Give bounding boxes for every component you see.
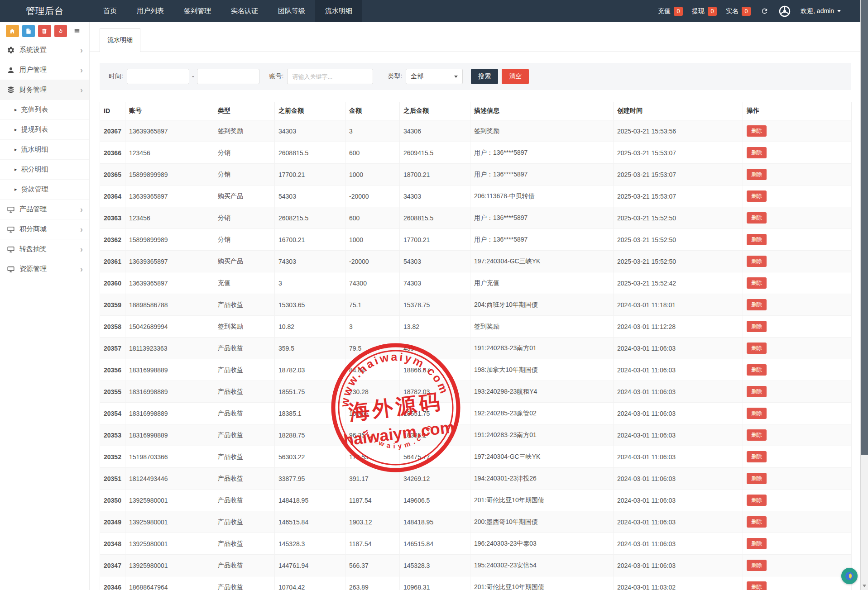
cell-5: 79.5: [345, 338, 400, 359]
main-content: 流水明细 时间: - 账号: 类型: 全部 搜索 清空 ID账号类型之前金额金: [90, 22, 868, 590]
cell-5: 1187.54: [345, 533, 400, 555]
sidebar-item-5[interactable]: ▸提现列表: [0, 120, 89, 140]
scrollbar[interactable]: [860, 0, 868, 590]
cell-6: 10968.31: [400, 576, 470, 590]
delete-button[interactable]: 删除: [747, 234, 767, 245]
delete-button[interactable]: 删除: [747, 581, 767, 590]
nav-item-2[interactable]: 用户列表: [127, 0, 174, 22]
chevron-right-icon: ›: [80, 225, 83, 233]
sidebar-item-9[interactable]: 产品管理›: [0, 200, 89, 219]
file-tool-button[interactable]: [22, 25, 35, 37]
customer-service-button[interactable]: [841, 568, 858, 584]
scrollbar-thumb[interactable]: [861, 0, 868, 455]
cell-6: 146515.84: [400, 533, 470, 555]
welcome-text: 欢迎, admin: [801, 7, 834, 15]
delete-button[interactable]: 删除: [747, 256, 767, 267]
nav-item-1[interactable]: 首页: [93, 0, 127, 22]
table-header-1: ID: [100, 102, 125, 120]
nav-stat-badge: 0: [708, 7, 717, 16]
delete-button[interactable]: 删除: [747, 429, 767, 441]
cell-actions: 删除: [743, 229, 852, 251]
recycle-tool-button[interactable]: [54, 25, 67, 37]
cell-actions: 删除: [743, 142, 852, 164]
delete-button[interactable]: 删除: [747, 125, 767, 137]
nav-item-3[interactable]: 签到管理: [174, 0, 221, 22]
sidebar-item-8[interactable]: ▸贷款管理: [0, 180, 89, 200]
delete-button[interactable]: 删除: [747, 516, 767, 528]
delete-button[interactable]: 删除: [747, 190, 767, 202]
nav-stat-label: 充值: [658, 7, 671, 15]
cell-actions: 删除: [743, 359, 852, 381]
home-tool-button[interactable]: [6, 25, 19, 37]
cell-7: 197:240304-GC三峡YK: [470, 446, 614, 468]
cell-2: 13639365897: [125, 272, 214, 294]
type-select[interactable]: 全部: [406, 69, 463, 84]
delete-button[interactable]: 删除: [747, 495, 767, 506]
user-icon: [6, 66, 15, 74]
filter-bar: 时间: - 账号: 类型: 全部 搜索 清空: [100, 63, 851, 90]
cell-6: 56475.77: [400, 446, 470, 468]
nav-item-5[interactable]: 团队等级: [268, 0, 315, 22]
cell-4: 2608215.5: [275, 207, 345, 229]
delete-button[interactable]: 删除: [747, 451, 767, 462]
admin-app: 管理后台 首页用户列表签到管理实名认证团队等级流水明细 充值0提现0实名0: [0, 0, 868, 590]
cell-4: 17700.21: [275, 164, 345, 186]
list-tool-button[interactable]: [70, 25, 83, 37]
cell-2: 18316998889: [125, 381, 214, 403]
delete-button[interactable]: 删除: [747, 343, 767, 354]
delete-button[interactable]: 删除: [747, 560, 767, 571]
sidebar-item-1[interactable]: 系统设置›: [0, 40, 89, 60]
nav-stat-1[interactable]: 充值0: [658, 7, 683, 16]
nav-item-4[interactable]: 实名认证: [221, 0, 268, 22]
search-button[interactable]: 搜索: [471, 69, 498, 84]
delete-button[interactable]: 删除: [747, 212, 767, 224]
date-to-input[interactable]: [197, 69, 259, 84]
tab-flow-details[interactable]: 流水明细: [100, 28, 140, 52]
cell-actions: 删除: [743, 403, 852, 424]
delete-button[interactable]: 删除: [747, 538, 767, 549]
table-row: 2035618316998889产品收益18782.0384.8418866.8…: [100, 359, 852, 381]
cell-1: 20364: [100, 186, 125, 207]
sidebar-item-12[interactable]: 资源管理›: [0, 259, 89, 279]
sidebar-item-11[interactable]: 转盘抽奖›: [0, 239, 89, 259]
nav-stat-3[interactable]: 实名0: [726, 7, 751, 16]
account-input[interactable]: [287, 69, 373, 84]
sidebar-item-6[interactable]: ▸流水明细: [0, 140, 89, 160]
delete-button[interactable]: 删除: [747, 147, 767, 158]
user-menu[interactable]: 欢迎, admin: [801, 7, 841, 15]
nav-item-6[interactable]: 流水明细: [315, 0, 362, 22]
delete-button[interactable]: 删除: [747, 169, 767, 180]
cell-actions: 删除: [743, 251, 852, 272]
sidebar-item-10[interactable]: 积分商城›: [0, 219, 89, 239]
nav-stat-2[interactable]: 提现0: [692, 7, 717, 16]
cell-7: 200:墨西哥10年期国债: [470, 511, 614, 533]
refresh-icon[interactable]: [760, 7, 769, 16]
sidebar-item-2[interactable]: 用户管理›: [0, 60, 89, 80]
table-row: 2035518316998889产品收益18551.75230.2818782.…: [100, 381, 852, 403]
cell-8: 2024-03-01 11:06:03: [614, 359, 743, 381]
delete-button[interactable]: 删除: [747, 321, 767, 332]
cell-5: 391.17: [345, 468, 400, 490]
delete-button[interactable]: 删除: [747, 299, 767, 310]
cell-8: 2024-03-01 11:06:03: [614, 533, 743, 555]
delete-button[interactable]: 删除: [747, 364, 767, 376]
monitor-icon: [6, 205, 15, 214]
delete-button[interactable]: 删除: [747, 386, 767, 397]
sidebar-item-3[interactable]: 财务管理›: [0, 80, 89, 100]
table-row: 2035013925980001产品收益148418.951187.541496…: [100, 490, 852, 511]
sidebar-item-7[interactable]: ▸积分明细: [0, 160, 89, 180]
sidebar-item-4[interactable]: ▸充值列表: [0, 100, 89, 120]
cell-1: 20360: [100, 272, 125, 294]
trash-tool-button[interactable]: [38, 25, 51, 37]
avatar[interactable]: [778, 5, 791, 18]
delete-button[interactable]: 删除: [747, 277, 767, 289]
nav-stats: 充值0提现0实名0: [658, 7, 751, 16]
scrollbar-down-arrow-icon[interactable]: [863, 585, 866, 587]
date-from-input[interactable]: [127, 69, 189, 84]
cell-6: 13.82: [400, 316, 470, 338]
delete-button[interactable]: 删除: [747, 473, 767, 484]
sidebar-item-label: 资源管理: [19, 265, 47, 273]
cell-8: 2024-03-01 11:12:28: [614, 316, 743, 338]
delete-button[interactable]: 删除: [747, 408, 767, 419]
clear-button[interactable]: 清空: [502, 69, 529, 84]
